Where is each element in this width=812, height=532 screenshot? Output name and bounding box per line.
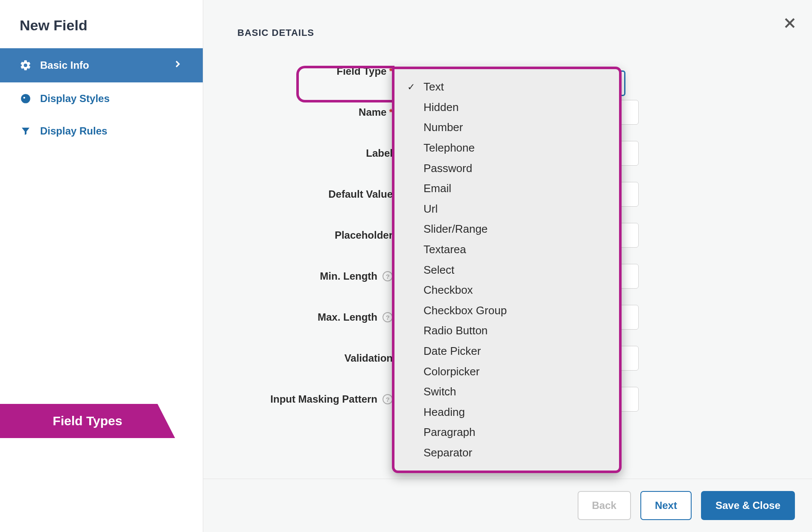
back-button[interactable]: Back [578,491,631,520]
save-close-button[interactable]: Save & Close [701,491,795,520]
svg-point-0 [21,94,30,103]
dropdown-option[interactable]: Password [402,158,614,178]
label-validation: Validation [254,352,408,364]
field-types-tag: Field Types [0,404,175,438]
sidebar-item-basic-info[interactable]: Basic Info [0,48,203,82]
help-icon[interactable]: ? [383,394,393,404]
dropdown-option[interactable]: Separator [402,443,614,463]
label-name: Name* [254,106,408,118]
label-placeholder: Placeholder [254,229,408,241]
label-input-masking: Input Masking Pattern ? [254,393,408,405]
help-icon[interactable]: ? [383,312,393,322]
dropdown-option[interactable]: Hidden [402,97,614,118]
dropdown-option[interactable]: Paragraph [402,422,614,443]
dropdown-option[interactable]: Heading [402,402,614,423]
funnel-icon [20,125,32,137]
label-max-length: Max. Length ? [254,311,408,323]
sidebar-title: New Field [0,0,203,48]
palette-icon [20,93,32,105]
panel-heading: BASIC DETAILS [203,0,812,54]
help-icon[interactable]: ? [383,271,393,281]
svg-point-1 [23,97,25,99]
gear-icon [20,59,32,71]
sidebar-item-label: Basic Info [40,59,89,71]
label-label: Label [254,147,408,159]
dropdown-option[interactable]: Checkbox Group [402,301,614,321]
close-button[interactable] [781,15,798,32]
dropdown-option[interactable]: Number [402,117,614,138]
sidebar: New Field Basic Info Display Styles Disp… [0,0,203,532]
sidebar-item-display-styles[interactable]: Display Styles [0,82,203,115]
dropdown-option[interactable]: Select [402,260,614,280]
dropdown-option[interactable]: Radio Button [402,321,614,341]
label-field-type: Field Type* [254,65,408,77]
dropdown-option[interactable]: Slider/Range [402,219,614,240]
sidebar-item-label: Display Rules [40,125,107,137]
dropdown-option[interactable]: Colorpicker [402,361,614,382]
check-icon: ✓ [407,82,415,93]
dropdown-option[interactable]: Telephone [402,138,614,158]
next-button[interactable]: Next [640,491,692,520]
label-default-value: Default Value [254,188,408,200]
label-min-length: Min. Length ? [254,270,408,282]
chevron-right-icon [172,58,183,72]
dropdown-option[interactable]: Date Picker [402,341,614,362]
sidebar-item-display-rules[interactable]: Display Rules [0,115,203,147]
footer: Back Next Save & Close [203,479,812,532]
dropdown-option[interactable]: Url [402,199,614,219]
field-type-dropdown: ✓Text Hidden Number Telephone Password E… [392,67,622,473]
dropdown-option[interactable]: ✓Text [402,77,614,97]
sidebar-item-label: Display Styles [40,93,110,105]
dropdown-option[interactable]: Email [402,178,614,199]
dropdown-option[interactable]: Checkbox [402,280,614,301]
dropdown-option[interactable]: Switch [402,382,614,402]
dropdown-option[interactable]: Textarea [402,240,614,260]
